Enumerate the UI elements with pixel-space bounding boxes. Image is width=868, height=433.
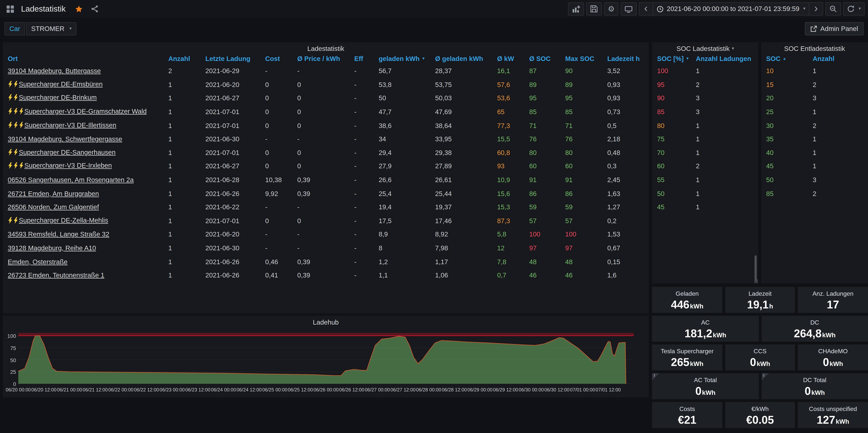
column-header-ort[interactable]: Ort [8,55,168,63]
ort-link[interactable]: 39128 Magdeburg, Reihe A10 [8,244,96,252]
table-row: 952 [657,78,753,92]
table-row: Supercharger-V3 DE-Gramschatzer Wald1202… [8,105,644,119]
info-icon[interactable]: i [762,373,769,380]
panel-menu-caret-icon: ▾ [732,46,734,51]
ort-link[interactable]: Supercharger-V3 DE-Irxleben [8,162,112,170]
panel-title-ladestatistik[interactable]: Ladestatistik [3,42,649,53]
cell: 2021-07-01 [206,217,265,225]
lightning-bolt-icon [19,122,24,128]
cell: 1 [168,135,205,143]
column-header-geladen-kwh[interactable]: Ø geladen kWh [435,55,497,63]
stat-title: CHAdeMO [818,348,848,354]
cell: 38,64 [435,122,497,129]
cell: 76 [565,135,607,143]
dashboard-settings-icon[interactable]: ⚙ [604,2,619,16]
ort-cell: 34593 Remsfeld, Lange Straße 32 [8,230,168,238]
ort-link[interactable]: Supercharger-V3 DE-Gramschatzer Wald [8,107,147,115]
sort-caret-icon: ▾ [423,56,425,61]
refresh-icon [847,5,855,13]
cell: 60,8 [497,149,529,157]
ort-link[interactable]: 34593 Remsfeld, Lange Straße 32 [8,230,110,238]
ort-link[interactable]: Supercharger DE-Sangerhausen [8,148,116,156]
time-forward-button[interactable] [809,2,823,16]
ort-link[interactable]: 26721 Emden, Am Burggraben [8,190,99,197]
variable-picker-car[interactable]: STROMER ▾ [26,22,76,35]
column-header-price-kwh[interactable]: Ø Price / kWh [297,55,354,63]
stat-title: Anz. Ladungen [812,290,854,297]
panel-title-ladehub[interactable]: Ladehub [3,316,649,327]
ort-link[interactable]: 39104 Magdeburg, Schwertfegergasse [8,135,122,143]
zoom-out-icon[interactable] [825,2,841,16]
star-icon[interactable] [72,2,86,16]
admin-panel-button[interactable]: Admin Panel [805,22,863,35]
column-header-geladen-kwh[interactable]: geladen kWh▾ [378,55,435,63]
cell: 29,38 [435,149,497,157]
cycle-view-icon[interactable] [621,2,637,16]
y-axis-label: 75 [3,345,16,351]
cell: 33,95 [435,135,497,143]
dashboard-title[interactable]: Ladestatistik [21,4,66,13]
cell: 89 [565,81,607,89]
column-header-kw[interactable]: Ø kW [497,55,529,63]
cell: 2021-07-01 [206,149,265,157]
table-row: 26506 Norden, Zum Galgentief12021-06-22-… [8,200,644,214]
stat-value: 17 [827,299,839,311]
time-series-chart[interactable] [18,333,634,385]
cell: 0 [265,122,297,129]
column-header-anzahl[interactable]: Anzahl Ladungen [696,55,753,63]
lightning-bolt-icon [8,94,13,101]
ort-link[interactable]: 26723 Emden, Teutonenstraße 1 [8,271,104,279]
time-range-picker[interactable]: 2021-06-20 00:00:00 to 2021-07-01 23:59:… [653,2,809,16]
soc-cell: 85 [766,190,812,197]
save-dashboard-icon[interactable] [586,2,602,16]
count-cell: 1 [696,67,753,75]
cell: 7,98 [435,244,497,252]
lightning-bolt-icon [13,149,18,156]
cell: 95 [529,94,565,102]
column-header-eff[interactable]: Eff [354,55,378,63]
cell: 7,8 [497,258,529,266]
column-header-max-soc[interactable]: Max SOC [565,55,607,63]
panel-title-soc-ladestatistik[interactable]: SOC Ladestatistik ▾ [652,42,758,53]
ort-link[interactable]: Supercharger DE-Emsbüren [8,80,103,88]
cell: 97 [565,244,607,252]
soc-cell: 60 [657,162,696,171]
cell: 1 [168,162,205,171]
ort-link[interactable]: Emden, Osterstraße [8,258,68,266]
info-icon[interactable]: i [652,373,659,380]
stat-unit: kWh [690,361,704,368]
ort-link[interactable]: Supercharger DE-Brinkum [8,94,97,102]
lightning-bolt-icon [8,122,13,128]
cell: 28,37 [435,67,497,75]
stat-unit: kWh [757,361,770,368]
add-panel-icon[interactable] [568,2,584,16]
stat-number: 446 [671,299,689,311]
cell: 2,18 [607,135,649,143]
column-header-anzahl[interactable]: Anzahl [168,55,205,63]
ort-link[interactable]: 39104 Magdeburg, Buttergasse [8,67,101,75]
y-axis-label: 100 [3,333,16,339]
column-header-cost[interactable]: Cost [265,55,297,63]
ort-link[interactable]: Supercharger-V3 DE-Illertissen [8,121,116,129]
ort-link[interactable]: 26506 Norden, Zum Galgentief [8,204,99,211]
cell: 0 [265,108,297,116]
column-header-letzte-ladung[interactable]: Letzte Ladung [206,55,265,63]
lightning-bolt-icon [13,162,18,169]
refresh-button[interactable]: ▾ [843,2,865,16]
panel-resize-handle[interactable]: ◢ [753,278,758,283]
ort-link[interactable]: Supercharger DE-Zella-Mehlis [8,216,108,224]
panel-title-soc-entladestatistik[interactable]: SOC Entladestatistik [761,42,868,53]
cell: 0 [265,81,297,89]
count-cell: 2 [812,122,863,129]
time-back-button[interactable] [639,2,653,16]
share-icon[interactable] [88,2,101,16]
column-header-soc[interactable]: SOC▴ [766,55,812,63]
column-header-soc[interactable]: SOC [%]▾ [657,55,696,63]
stat-value: 264,8kWh [794,327,836,339]
dashboards-menu-icon[interactable] [3,2,17,16]
column-header-anzahl[interactable]: Anzahl [812,55,863,63]
column-header-ladezeit-h[interactable]: Ladezeit h [607,55,649,63]
ort-link[interactable]: 06526 Sangerhausen, Am Rosengarten 2a [8,176,134,184]
count-cell: 3 [696,108,753,116]
column-header-soc[interactable]: Ø SOC [529,55,565,63]
